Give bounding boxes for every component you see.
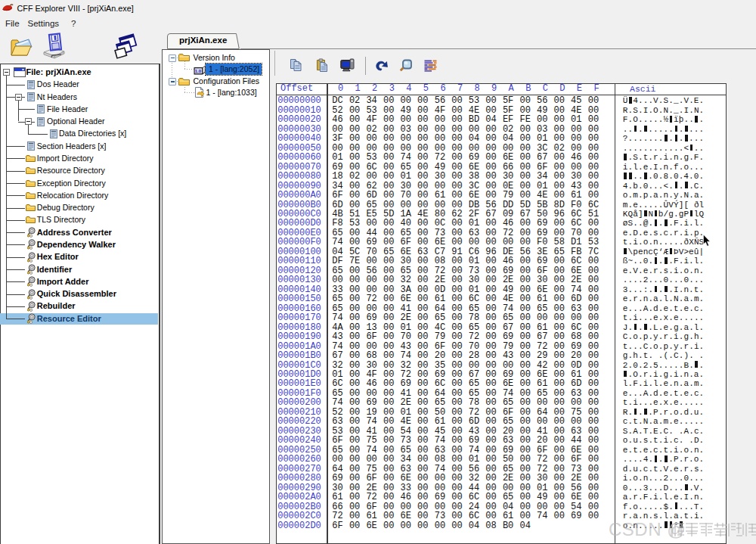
- svg-text:1.0: 1.0: [195, 69, 202, 73]
